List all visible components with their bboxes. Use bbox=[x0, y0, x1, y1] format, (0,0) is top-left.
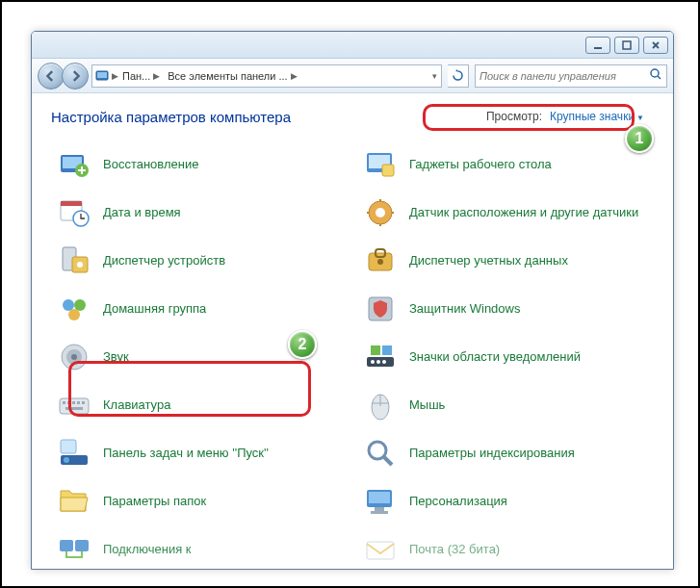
breadcrumb-text: Пан... bbox=[122, 70, 150, 82]
item-device-manager[interactable]: Диспетчер устройств bbox=[51, 240, 348, 282]
svg-rect-37 bbox=[67, 401, 70, 404]
item-indexing[interactable]: Параметры индексирования bbox=[357, 432, 654, 474]
minimize-button[interactable] bbox=[585, 37, 610, 54]
homegroup-icon bbox=[57, 292, 91, 326]
breadcrumb-segment[interactable]: Все элементы панели ...▶ bbox=[164, 65, 300, 87]
svg-point-24 bbox=[68, 309, 80, 320]
view-label: Просмотр: bbox=[486, 110, 542, 123]
control-panel-icon bbox=[92, 69, 112, 83]
svg-point-15 bbox=[376, 208, 385, 217]
breadcrumb-segment[interactable]: Пан...▶ bbox=[118, 65, 164, 87]
sound-icon bbox=[57, 340, 91, 374]
item-label: Мышь bbox=[409, 397, 445, 413]
item-credentials[interactable]: Диспетчер учетных данных bbox=[357, 240, 654, 282]
datetime-icon bbox=[57, 195, 91, 230]
item-label: Домашняя группа bbox=[103, 301, 206, 317]
restore-icon bbox=[57, 147, 91, 182]
tray-icon bbox=[363, 340, 398, 374]
folder-icon bbox=[57, 484, 91, 519]
item-mouse[interactable]: Мышь bbox=[357, 384, 654, 426]
page-title: Настройка параметров компьютера bbox=[51, 109, 291, 125]
item-label: Значки области уведомлений bbox=[409, 349, 581, 365]
item-label: Гаджеты рабочего стола bbox=[409, 157, 552, 172]
item-taskbar[interactable]: Панель задач и меню ''Пуск'' bbox=[51, 432, 348, 474]
back-button[interactable] bbox=[38, 63, 65, 89]
item-restore[interactable]: Восстановление bbox=[51, 143, 348, 186]
annotation-badge: 2 bbox=[288, 330, 317, 359]
history-dropdown[interactable]: ▾ bbox=[428, 65, 441, 87]
item-folder-options[interactable]: Параметры папок bbox=[51, 480, 348, 523]
view-value: Крупные значки bbox=[550, 110, 635, 123]
address-bar[interactable]: ▶ Пан...▶ Все элементы панели ...▶ ▾ bbox=[91, 64, 442, 88]
item-label: Дата и время bbox=[103, 205, 181, 220]
device-manager-icon bbox=[57, 243, 91, 278]
item-label: Диспетчер учетных данных bbox=[409, 253, 568, 268]
close-button[interactable] bbox=[643, 37, 668, 54]
svg-rect-1 bbox=[623, 41, 631, 49]
search-input[interactable] bbox=[480, 70, 649, 82]
svg-rect-41 bbox=[65, 407, 83, 410]
svg-rect-30 bbox=[371, 345, 380, 355]
svg-rect-36 bbox=[63, 401, 65, 404]
item-label: Панель задач и меню ''Пуск'' bbox=[103, 446, 269, 461]
gadgets-icon bbox=[363, 147, 398, 182]
navigation-bar: ▶ Пан...▶ Все элементы панели ...▶ ▾ bbox=[32, 59, 673, 93]
svg-point-33 bbox=[376, 360, 380, 364]
svg-rect-48 bbox=[369, 492, 390, 503]
svg-rect-31 bbox=[382, 345, 392, 355]
mail-icon bbox=[363, 532, 398, 567]
item-connections[interactable]: Подключения к bbox=[51, 528, 348, 569]
view-dropdown[interactable]: Крупные значки▼ bbox=[550, 110, 644, 123]
titlebar bbox=[32, 32, 673, 59]
item-tray-icons[interactable]: Значки области уведомлений bbox=[357, 336, 654, 378]
mouse-icon bbox=[363, 388, 398, 422]
item-label: Клавиатура bbox=[103, 397, 170, 413]
svg-rect-49 bbox=[375, 507, 384, 511]
refresh-button[interactable] bbox=[448, 64, 469, 88]
svg-rect-40 bbox=[82, 401, 85, 404]
item-personalization[interactable]: Персонализация bbox=[357, 480, 654, 523]
svg-point-4 bbox=[651, 69, 659, 77]
svg-rect-35 bbox=[60, 398, 89, 414]
maximize-button[interactable] bbox=[614, 37, 639, 54]
item-label: Подключения к bbox=[103, 542, 192, 557]
chevron-down-icon: ▾ bbox=[432, 71, 437, 81]
breadcrumb-text: Все элементы панели ... bbox=[168, 70, 287, 82]
item-label: Датчик расположения и другие датчики bbox=[409, 205, 638, 220]
item-mail[interactable]: Почта (32 бита) bbox=[357, 528, 654, 569]
item-sensor[interactable]: Датчик расположения и другие датчики bbox=[357, 192, 654, 234]
svg-rect-0 bbox=[594, 47, 602, 49]
view-selector: Просмотр: Крупные значки▼ bbox=[475, 107, 654, 126]
chevron-right-icon: ▶ bbox=[112, 71, 118, 81]
item-datetime[interactable]: Дата и время bbox=[51, 192, 348, 234]
personalization-icon bbox=[363, 484, 398, 519]
search-icon bbox=[649, 67, 662, 85]
sensor-icon bbox=[363, 195, 398, 230]
svg-point-32 bbox=[371, 360, 375, 364]
item-defender[interactable]: Защитник Windows bbox=[357, 288, 654, 330]
svg-rect-12 bbox=[61, 201, 82, 206]
item-label: Персонализация bbox=[409, 494, 507, 509]
item-label: Почта (32 бита) bbox=[409, 542, 500, 557]
svg-point-23 bbox=[74, 299, 86, 311]
svg-rect-52 bbox=[75, 540, 89, 551]
item-label: Защитник Windows bbox=[409, 301, 520, 317]
chevron-right-icon: ▶ bbox=[291, 71, 298, 81]
svg-point-22 bbox=[63, 299, 74, 311]
svg-rect-39 bbox=[77, 401, 80, 404]
annotation-badge: 1 bbox=[625, 124, 654, 153]
indexing-icon bbox=[363, 436, 398, 471]
svg-rect-50 bbox=[371, 511, 388, 514]
item-homegroup[interactable]: Домашняя группа bbox=[51, 288, 348, 330]
keyboard-icon bbox=[57, 388, 91, 422]
svg-point-44 bbox=[64, 457, 69, 463]
item-gadgets[interactable]: Гаджеты рабочего стола bbox=[357, 143, 654, 186]
forward-button[interactable] bbox=[62, 63, 89, 89]
item-label: Параметры папок bbox=[103, 494, 206, 509]
connections-icon bbox=[57, 532, 91, 567]
search-box[interactable] bbox=[475, 64, 667, 88]
item-keyboard[interactable]: Клавиатура bbox=[51, 384, 348, 426]
svg-rect-38 bbox=[72, 401, 75, 404]
chevron-down-icon: ▼ bbox=[636, 114, 644, 122]
svg-rect-10 bbox=[382, 165, 394, 176]
